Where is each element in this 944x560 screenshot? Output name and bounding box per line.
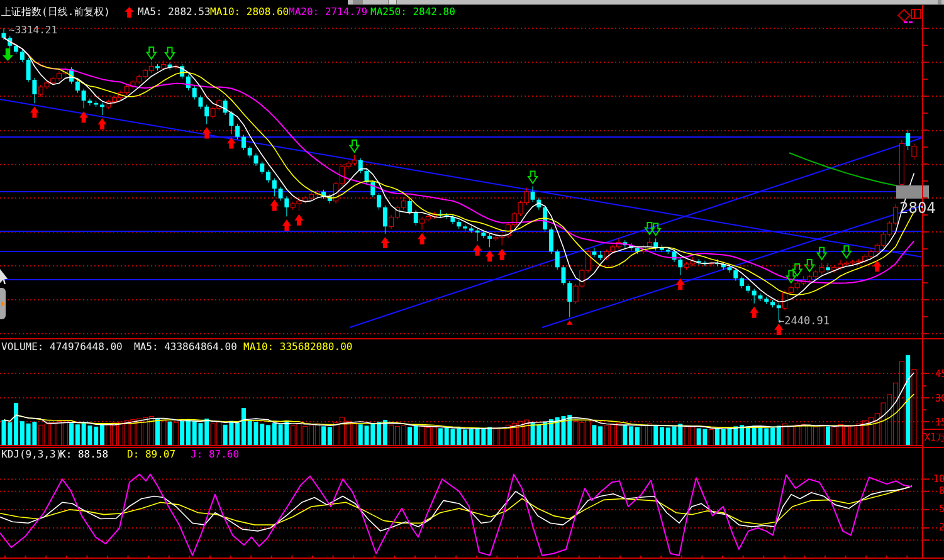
trading-terminal: 上证指数(日线.前复权) MA5: 2882.53 MA10: 2808.60 … <box>0 0 944 560</box>
ma5-value: MA5: 2882.53 <box>138 6 211 18</box>
expand-arrow-icon <box>1 301 5 307</box>
volume-ma5-value: MA5: 433864864.00 <box>134 341 237 353</box>
kdj-axis-tick-label: 80 <box>939 486 944 497</box>
ma20-value: MA20: 2714.79 <box>289 6 367 18</box>
kdj-d-value: D: 89.07 <box>127 449 175 460</box>
volume-value: VOLUME: 474976448.00 <box>1 341 123 353</box>
kdj-k-value: K: 88.58 <box>60 449 108 460</box>
peak-price-label: ~3314.21 <box>9 25 57 36</box>
ma250-value: MA250: 2842.80 <box>370 6 455 18</box>
window-edge-divider <box>938 0 941 4</box>
selection-dash-icon <box>904 21 908 23</box>
kdj-title: KDJ(9,3,3) <box>1 449 62 460</box>
side-panel-handle[interactable] <box>0 288 6 319</box>
split-window-icon[interactable] <box>911 9 921 19</box>
split-window-divider <box>914 10 915 18</box>
window-edge-divider <box>388 0 397 4</box>
kdj-axis-tick-label: 100 <box>933 474 944 485</box>
kdj-j-value: J: 87.60 <box>191 449 239 460</box>
last-price-tag: 2804 <box>899 200 936 216</box>
window-edge-divider <box>353 0 363 4</box>
volume-axis-tick-label: 15000 <box>935 417 944 428</box>
volume-unit-label: X1万 <box>925 432 944 443</box>
volume-axis-tick-label: 45000 <box>935 369 944 380</box>
kdj-axis-tick-label: 50 <box>939 504 944 515</box>
selection-dash-icon <box>909 21 913 23</box>
symbol-title: 上证指数(日线.前复权) <box>1 6 110 18</box>
ma10-value: MA10: 2808.60 <box>210 6 289 18</box>
trough-price-label: ←2440.91 <box>778 315 830 327</box>
kdj-axis-tick-label: 20 <box>939 522 944 533</box>
volume-axis-tick-label: 30000 <box>935 393 944 404</box>
window-edge-strip <box>348 0 944 5</box>
volume-ma10-value: MA10: 335682080.00 <box>243 341 352 353</box>
chart-canvas[interactable] <box>0 0 944 560</box>
